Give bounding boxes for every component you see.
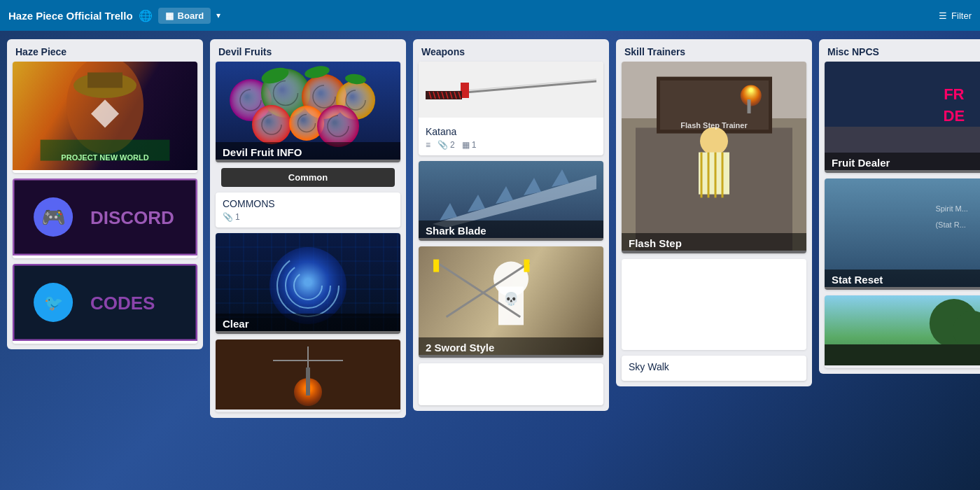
card-codes[interactable] (13, 264, 197, 344)
katana-img (419, 62, 603, 118)
column-content: Fruit Dealer Stat Reset (819, 62, 980, 374)
attachment-count: 📎 2 (438, 140, 455, 150)
app-header: Haze Piece Official Trello 🌐 ▦ Board ▾ ☰… (0, 0, 980, 31)
board-button[interactable]: ▦ Board (158, 8, 211, 24)
card-overlay-title: Shark Blade (419, 220, 603, 241)
column-content: Devil Fruit INFO Common COMMONS 📎 1 (210, 62, 406, 418)
column-content: Katana ≡ 📎 2 ▦ 1 (413, 62, 609, 411)
card-overlay-title: Stat Reset (825, 270, 980, 290)
card-2-sword-style[interactable]: 2 Sword Style (419, 246, 603, 358)
card-body: Sky Walk (622, 356, 806, 381)
column-title: Skill Trainers (616, 39, 812, 62)
haze-piece-art (13, 62, 197, 170)
column-content (7, 62, 203, 349)
card-overlay-title: 2 Sword Style (419, 337, 603, 358)
flash-step-img (622, 62, 806, 251)
column-title: Weapons (413, 39, 609, 62)
app-title: Haze Piece Official Trello (8, 10, 133, 22)
card-fruit-dealer[interactable]: Fruit Dealer (825, 62, 980, 173)
card-meta: ≡ 📎 2 ▦ 1 (426, 140, 596, 150)
card-title: COMMONS (223, 198, 393, 209)
card-overlay-title: Fruit Dealer (825, 153, 980, 173)
column-title: Haze Piece (7, 39, 203, 62)
column-misc-npcs: Misc NPCS Fruit Dealer Stat Reset (819, 39, 980, 374)
card-overlay-title: Flash Step (622, 233, 806, 253)
discord-art (13, 178, 197, 255)
column-title: Devil Fruits (210, 39, 406, 62)
column-devil-fruits: Devil Fruits Devil Fruit INFO Common COM… (210, 39, 406, 418)
card-devil-fruit-info[interactable]: Devil Fruit INFO (216, 62, 400, 162)
card-meta: 📎 1 (223, 212, 393, 222)
card-title: Sky Walk (629, 361, 799, 372)
card-scale[interactable] (216, 340, 400, 412)
card-clear[interactable]: Clear (216, 233, 400, 334)
filter-icon: ☰ (939, 10, 947, 21)
board: Haze Piece Devil Fruits Devil Fruit INFO (0, 31, 980, 490)
globe-icon[interactable]: 🌐 (139, 9, 153, 22)
column-haze-piece: Haze Piece (7, 39, 203, 349)
attachment-count: 📎 1 (223, 212, 240, 222)
card-body: COMMONS 📎 1 (216, 192, 400, 227)
card-body: Katana ≡ 📎 2 ▦ 1 (419, 120, 603, 155)
checklist-icon: ▦ (462, 140, 470, 150)
card-katana[interactable]: Katana ≡ 📎 2 ▦ 1 (419, 62, 603, 155)
card-title: Katana (426, 126, 596, 137)
scale-img (216, 340, 400, 410)
card-sky-walk[interactable]: Sky Walk (622, 356, 806, 381)
header-right: ☰ Filter (939, 10, 972, 21)
card-stat-reset[interactable]: Stat Reset (825, 178, 980, 290)
card-shark-blade[interactable]: Shark Blade (419, 161, 603, 241)
card-overlay-title: Clear (216, 314, 400, 334)
card-empty[interactable] (622, 259, 806, 350)
column-skill-trainers: Skill Trainers Flash Step Sky Walk (616, 39, 812, 386)
card-main-image[interactable] (13, 62, 197, 173)
column-title: Misc NPCS (819, 39, 980, 62)
card-commons[interactable]: COMMONS 📎 1 (216, 192, 400, 227)
chevron-icon[interactable]: ▾ (216, 10, 220, 20)
section-common: Common (221, 168, 395, 187)
paperclip-icon: 📎 (223, 212, 233, 222)
checklist-count: ▦ 1 (462, 140, 477, 150)
board-icon: ▦ (165, 10, 174, 21)
card-overlay-title: Devil Fruit INFO (216, 142, 400, 162)
card-blank-weapon[interactable] (419, 363, 603, 405)
codes-art (13, 264, 197, 341)
column-weapons: Weapons Katana ≡ 📎 2 (413, 39, 609, 411)
description-icon: ≡ (426, 140, 430, 150)
card-flash-step[interactable]: Flash Step (622, 62, 806, 253)
column-content: Flash Step Sky Walk (616, 62, 812, 386)
misc-third-img (825, 295, 980, 365)
paperclip-icon: 📎 (438, 140, 448, 150)
card-discord[interactable] (13, 178, 197, 258)
card-misc-third[interactable] (825, 295, 980, 368)
